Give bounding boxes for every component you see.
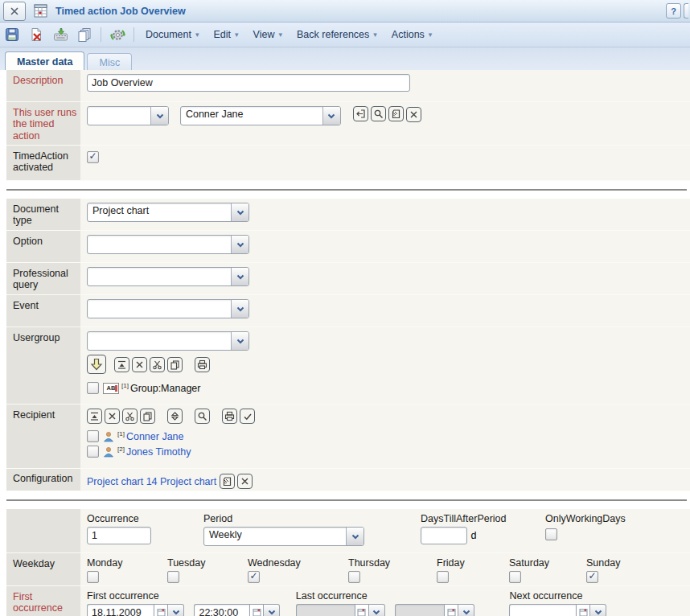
time-dropdown-button[interactable] (264, 604, 280, 616)
only-working-days-label: OnlyWorkingDays (545, 513, 626, 524)
weekday-tuesday-checkbox[interactable] (167, 571, 179, 583)
configuration-link[interactable]: Project chart 14 Project chart (87, 476, 216, 487)
calendar-picker-button[interactable] (249, 604, 264, 616)
event-dropdown[interactable] (87, 299, 249, 318)
cut-button[interactable] (150, 357, 165, 372)
cut-icon (152, 359, 162, 370)
date-dropdown-button[interactable] (168, 604, 184, 616)
row-occurrence: Occurrence Period Weekly DaysTillAfterPe… (6, 509, 690, 553)
document-calendar-icon (34, 4, 47, 18)
move-top-button[interactable] (87, 409, 102, 424)
chevron-down-icon (231, 332, 248, 350)
calendar-picker-button[interactable] (154, 604, 168, 616)
first-date-input[interactable] (87, 604, 154, 616)
menu-actions[interactable]: Actions (392, 29, 433, 40)
description-input[interactable] (87, 74, 410, 92)
last-occurrence-label: Last occurrence (296, 590, 510, 602)
menu-back-references[interactable]: Back references (297, 29, 377, 40)
weekday-wednesday: Wednesday (248, 557, 348, 585)
save-icon (5, 27, 19, 42)
copy-button[interactable] (140, 409, 155, 424)
calendar-picker-button[interactable] (355, 604, 369, 616)
tab-misc[interactable]: Misc (87, 53, 132, 71)
move-top-icon (89, 411, 100, 421)
process-button[interactable] (108, 26, 127, 43)
period-label: Period (203, 513, 421, 524)
date-dropdown-button[interactable] (590, 604, 606, 616)
weekday-sunday-checkbox[interactable] (586, 571, 598, 583)
usergroup-entry-checkbox[interactable] (87, 382, 99, 394)
help-button[interactable]: ? (666, 3, 681, 18)
confirm-button[interactable] (240, 409, 255, 424)
search-button[interactable] (371, 106, 386, 121)
weekday-saturday-checkbox[interactable] (509, 571, 521, 583)
search-button[interactable] (195, 409, 210, 424)
open-icon (355, 109, 366, 119)
date-dropdown-button[interactable] (369, 604, 385, 616)
usergroup-entry-name: Group:Manager (130, 383, 201, 394)
paste-button[interactable] (220, 474, 235, 489)
save-button[interactable] (2, 26, 22, 43)
weekday-thursday-checkbox[interactable] (348, 571, 360, 583)
copy-button[interactable] (167, 357, 183, 372)
calendar-picker-button[interactable] (444, 604, 458, 616)
recipient-link[interactable]: Jones Timothy (126, 446, 191, 458)
title-bar: Timed action Job Overview ? (0, 0, 690, 23)
days-till-input[interactable] (421, 527, 467, 544)
recipient-link[interactable]: Conner Jane (126, 431, 184, 442)
import-button[interactable] (51, 26, 70, 43)
paste-button[interactable] (388, 106, 404, 121)
delete-document-icon (29, 27, 43, 42)
chevron-down-icon (231, 300, 248, 318)
add-down-button[interactable] (87, 355, 106, 374)
move-top-button[interactable] (114, 357, 129, 372)
chevron-down-icon (231, 268, 248, 285)
menu-document[interactable]: Document (146, 29, 199, 40)
weekday-friday: Friday (437, 557, 509, 585)
recipient-entry: [2] Jones Timothy (87, 446, 687, 458)
row-recipient: Recipient (6, 405, 690, 469)
last-occurrence-cell: Last occurrence (296, 590, 510, 616)
tab-master-data[interactable]: Master data (5, 51, 84, 71)
copy-pages-button[interactable] (75, 26, 94, 43)
first-time-input[interactable] (194, 604, 249, 616)
document-type-dropdown[interactable]: Project chart (87, 203, 249, 222)
professional-query-dropdown[interactable] (87, 267, 249, 286)
cut-button[interactable] (122, 409, 138, 424)
calendar-picker-button[interactable] (576, 604, 590, 616)
recipient-entry-checkbox[interactable] (87, 430, 99, 442)
period-dropdown[interactable]: Weekly (203, 527, 364, 546)
print-button[interactable] (195, 357, 210, 372)
copy-pages-icon (77, 27, 92, 42)
menu-view[interactable]: View (253, 29, 282, 40)
weekday-monday-checkbox[interactable] (87, 571, 99, 583)
menu-edit[interactable]: Edit (214, 29, 239, 40)
only-working-days-checkbox[interactable] (545, 528, 557, 540)
section-separator (6, 181, 690, 199)
weekday-wednesday-checkbox[interactable] (248, 571, 260, 583)
field-label-option: Option (6, 231, 80, 262)
delete-document-button[interactable] (27, 26, 46, 43)
runner-type-dropdown[interactable] (87, 106, 169, 125)
row-event: Event (6, 295, 690, 327)
recipient-entry-checkbox[interactable] (87, 446, 99, 458)
clear-button[interactable] (406, 107, 421, 122)
weekday-friday-checkbox[interactable] (437, 571, 449, 583)
edge-cut-button[interactable] (684, 3, 688, 18)
print-button[interactable] (222, 409, 237, 424)
runner-user-dropdown[interactable]: Conner Jane (180, 106, 341, 125)
sort-button[interactable] (167, 409, 183, 424)
occurrence-input[interactable] (87, 527, 151, 544)
clear-button[interactable] (105, 409, 120, 424)
clear-button[interactable] (237, 474, 253, 489)
usergroup-dropdown[interactable] (87, 331, 249, 351)
next-date-input[interactable] (509, 604, 576, 616)
time-dropdown-button[interactable] (458, 604, 474, 616)
open-button[interactable] (353, 106, 368, 121)
field-label-first-occurrence: First occurrence (6, 586, 80, 616)
timed-action-checkbox[interactable] (87, 151, 99, 163)
clear-button[interactable] (132, 357, 147, 372)
close-button[interactable] (3, 2, 26, 21)
usergroup-entry: AB [1] Group:Manager (87, 382, 687, 394)
option-dropdown[interactable] (87, 235, 249, 254)
